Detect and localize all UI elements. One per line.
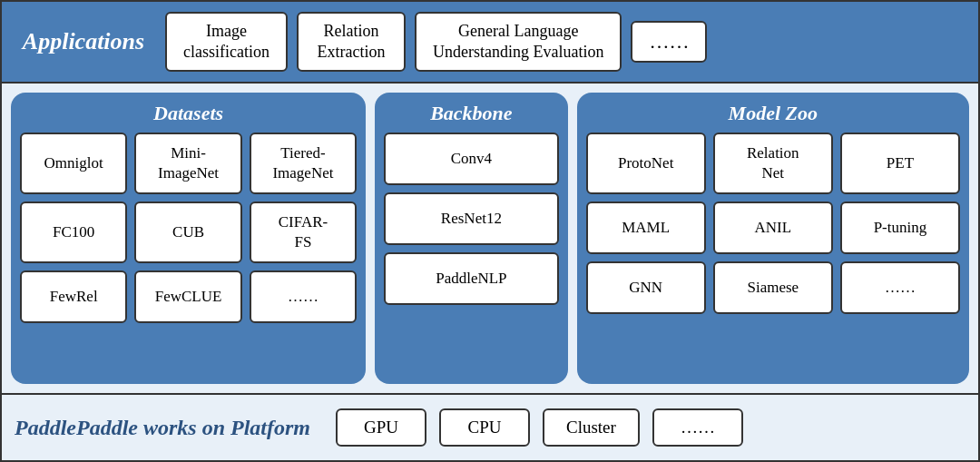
dataset-item: …… — [250, 270, 357, 323]
platform-item: …… — [652, 408, 743, 447]
modelzoo-item: PET — [840, 133, 960, 194]
dataset-item: CIFAR-FS — [250, 202, 357, 263]
dataset-item: FewRel — [20, 270, 127, 323]
applications-row: Applications Imageclassification Relatio… — [2, 2, 978, 84]
dataset-item: FC100 — [20, 202, 127, 263]
main-row: Datasets OmniglotMini-ImageNetTiered-Ima… — [2, 84, 978, 395]
platform-item: GPU — [336, 408, 426, 447]
dataset-item: FewCLUE — [134, 270, 241, 323]
platform-items: GPUCPUCluster…… — [336, 408, 743, 447]
modelzoo-item: Siamese — [713, 261, 833, 314]
backbone-item: Conv4 — [384, 133, 558, 185]
dataset-item: Tiered-ImageNet — [250, 133, 357, 194]
backbone-panel: Backbone Conv4ResNet12PaddleNLP — [375, 93, 567, 384]
app-image-classification: Imageclassification — [165, 12, 288, 73]
modelzoo-title: Model Zoo — [586, 102, 960, 125]
platform-item: CPU — [439, 408, 530, 447]
backbone-item: PaddleNLP — [384, 252, 558, 305]
datasets-title: Datasets — [20, 102, 357, 125]
platform-row: PaddlePaddle works on Platform GPUCPUClu… — [2, 395, 978, 460]
modelzoo-item: P-tuning — [840, 202, 960, 254]
modelzoo-item: GNN — [586, 261, 706, 314]
dataset-item: Omniglot — [20, 133, 127, 194]
modelzoo-item: ProtoNet — [586, 133, 706, 194]
platform-item: Cluster — [543, 408, 640, 447]
modelzoo-item: …… — [840, 261, 960, 314]
datasets-panel: Datasets OmniglotMini-ImageNetTiered-Ima… — [11, 93, 366, 384]
dataset-item: Mini-ImageNet — [134, 133, 241, 194]
app-relation-extraction: RelationExtraction — [297, 12, 406, 73]
backbone-item: ResNet12 — [384, 192, 558, 245]
backbone-title: Backbone — [384, 102, 558, 125]
dataset-item: CUB — [134, 202, 241, 263]
modelzoo-panel: Model Zoo ProtoNetRelationNetPETMAMLANIL… — [577, 93, 969, 384]
app-ellipsis: …… — [631, 21, 707, 63]
modelzoo-item: MAML — [586, 202, 706, 254]
app-glue: General LanguageUnderstanding Evaluation — [415, 12, 622, 73]
platform-label: PaddlePaddle works on Platform — [15, 416, 323, 440]
backbone-grid: Conv4ResNet12PaddleNLP — [384, 133, 558, 305]
modelzoo-item: RelationNet — [713, 133, 833, 194]
datasets-grid: OmniglotMini-ImageNetTiered-ImageNetFC10… — [20, 133, 357, 323]
modelzoo-item: ANIL — [713, 202, 833, 254]
modelzoo-grid: ProtoNetRelationNetPETMAMLANILP-tuningGN… — [586, 133, 960, 314]
applications-label: Applications — [11, 28, 156, 55]
